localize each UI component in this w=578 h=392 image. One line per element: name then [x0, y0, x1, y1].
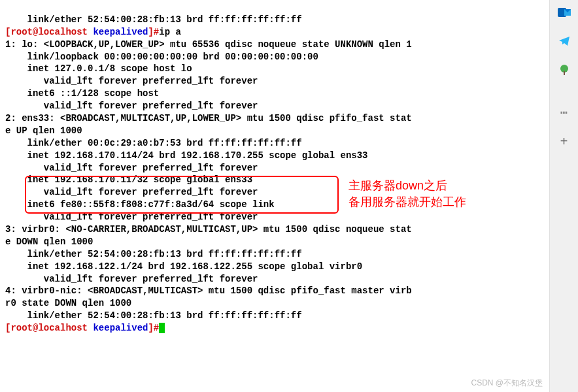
app-sidebar: ⋯ +: [549, 0, 578, 392]
outlook-icon[interactable]: [557, 5, 571, 20]
prompt-path: keepalived: [93, 323, 148, 333]
output-line: link/ether 52:54:00:28:fb:13 brd ff:ff:f…: [5, 249, 302, 259]
output-line: inet 192.168.170.11/32 scope global ens3…: [5, 174, 252, 185]
prompt-user: [root@localhost: [5, 323, 93, 333]
output-line: 4: virbr0-nic: <BROADCAST,MULTICAST> mtu…: [5, 286, 412, 296]
output-line: valid_lft forever preferred_lft forever: [5, 76, 258, 86]
output-line: link/ether 00:0c:29:a0:b7:53 brd ff:ff:f…: [5, 138, 302, 148]
command: ip a: [159, 27, 181, 37]
prompt-user: [root@localhost: [5, 27, 93, 37]
prompt-close: ]#: [148, 323, 159, 333]
output-line: 1: lo: <LOOPBACK,UP,LOWER_UP> mtu 65536 …: [5, 39, 412, 50]
output-line: link/loopback 00:00:00:00:00:00 brd 00:0…: [5, 52, 318, 62]
prompt-close: ]#: [148, 27, 159, 37]
terminal-output[interactable]: link/ether 52:54:00:28:fb:13 brd ff:ff:f…: [0, 0, 549, 336]
output-line: valid_lft forever preferred_lft forever: [5, 212, 258, 222]
output-line: link/ether 52:54:00:28:fb:13 brd ff:ff:f…: [5, 14, 302, 25]
output-line: inet6 fe80::55f8:f808:c77f:8a3d/64 scope…: [5, 199, 275, 210]
output-line: valid_lft forever preferred_lft forever: [5, 187, 258, 197]
output-line: r0 state DOWN qlen 1000: [5, 298, 131, 308]
annotation-text: 主服务器down之后 备用服务器就开始工作: [348, 178, 466, 210]
output-line: valid_lft forever preferred_lft forever: [5, 274, 258, 284]
output-line: inet6 ::1/128 scope host: [5, 88, 159, 99]
output-line: e DOWN qlen 1000: [5, 237, 93, 247]
output-line: valid_lft forever preferred_lft forever: [5, 163, 258, 173]
output-line: 2: ens33: <BROADCAST,MULTICAST,UP,LOWER_…: [5, 113, 412, 123]
output-line: inet 192.168.170.114/24 brd 192.168.170.…: [5, 150, 368, 161]
output-line: inet 127.0.0.1/8 scope host lo: [5, 63, 192, 74]
output-line: e UP qlen 1000: [5, 125, 82, 136]
svg-rect-3: [564, 71, 565, 75]
output-line: inet 192.168.122.1/24 brd 192.168.122.25…: [5, 261, 362, 272]
annotation-text-line1: 主服务器down之后: [348, 178, 466, 194]
telegram-icon[interactable]: [557, 34, 571, 48]
cursor: [159, 323, 165, 333]
watermark: CSDN @不知名汉堡: [471, 378, 543, 388]
output-line: 3: virbr0: <NO-CARRIER,BROADCAST,MULTICA…: [5, 224, 412, 235]
annotation-text-line2: 备用服务器就开始工作: [348, 194, 466, 210]
prompt-path: keepalived: [93, 27, 148, 37]
sidebar-more-icon[interactable]: ⋯: [560, 111, 568, 115]
output-line: link/ether 52:54:00:28:fb:13 brd ff:ff:f…: [5, 310, 302, 321]
tree-icon[interactable]: [557, 63, 571, 77]
output-line: valid_lft forever preferred_lft forever: [5, 101, 258, 111]
sidebar-add-icon[interactable]: +: [560, 133, 568, 151]
